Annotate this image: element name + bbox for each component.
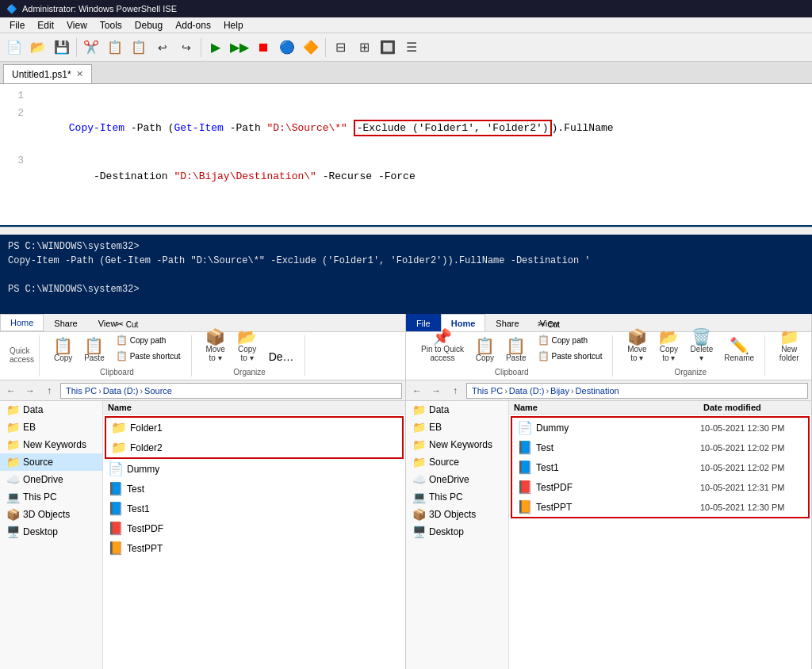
source-nav-3dobjects[interactable]: 📦 3D Objects	[0, 506, 102, 523]
toolbar-redo[interactable]: ↪	[175, 36, 197, 59]
tab-untitled1[interactable]: Untitled1.ps1* ✕	[3, 64, 92, 83]
source-file-test[interactable]: 📘 Test	[103, 479, 405, 499]
toolbar-new[interactable]: 📄	[3, 36, 25, 59]
menu-help[interactable]: Help	[217, 17, 250, 32]
toolbar-save[interactable]: 💾	[51, 36, 73, 59]
source-file-list[interactable]: Name 📁 Folder1 📁 Folder2 📄 Dummy	[103, 401, 405, 669]
dest-nav-onedrive[interactable]: ☁️ OneDrive	[406, 471, 508, 488]
dest-file-test1[interactable]: 📘 Test1 10-05-2021 12:02 PM	[512, 457, 808, 477]
dest-back-btn[interactable]: ←	[409, 383, 425, 399]
source-crumb-source[interactable]: Source	[144, 386, 172, 396]
dest-moveto-btn[interactable]: 📦 Moveto ▾	[622, 327, 651, 365]
dest-file-dummy[interactable]: 📄 Dummy 10-05-2021 12:30 PM	[512, 418, 808, 438]
dest-paste-btn[interactable]: 📋 Paste	[502, 335, 530, 365]
source-nav-eb[interactable]: 📁 EB	[0, 419, 102, 436]
dest-easyaccess-btn[interactable]: 🔗 Easy access ▾	[806, 351, 812, 363]
source-file-dummy[interactable]: 📄 Dummy	[103, 459, 405, 479]
dest-nav-eb[interactable]: 📁 EB	[406, 419, 508, 436]
console-area[interactable]: PS C:\WINDOWS\system32> Copy-Item -Path …	[0, 235, 812, 314]
source-file-testpdf[interactable]: 📕 TestPDF	[103, 518, 405, 538]
menu-debug[interactable]: Debug	[128, 17, 169, 32]
dest-pin-btn[interactable]: 📌 Pin to Quickaccess	[417, 327, 468, 365]
source-nav-onedrive[interactable]: ☁️ OneDrive	[0, 471, 102, 488]
toolbar-split3[interactable]: 🔲	[377, 36, 399, 59]
menu-addons[interactable]: Add-ons	[169, 17, 217, 32]
dest-delete-btn[interactable]: 🗑️ Delete▾	[686, 327, 717, 365]
toolbar-options[interactable]: ☰	[400, 36, 423, 59]
menu-view[interactable]: View	[60, 17, 94, 32]
toolbar-copy[interactable]: 📋	[104, 36, 126, 59]
editor-scrollbar[interactable]	[0, 227, 812, 235]
dest-copyto-btn[interactable]: 📂 Copyto ▾	[654, 327, 683, 365]
tab-close-btn[interactable]: ✕	[76, 69, 83, 79]
source-back-btn[interactable]: ←	[3, 383, 19, 399]
source-file-folder2[interactable]: 📁 Folder2	[106, 438, 402, 457]
dest-nav-newkeywords[interactable]: 📁 New Keywords	[406, 436, 508, 453]
dest-up-btn[interactable]: ↑	[447, 383, 463, 399]
toolbar-paste[interactable]: 📋	[128, 36, 150, 59]
toolbar-cut[interactable]: ✂️	[80, 36, 102, 59]
dest-nav-desktop[interactable]: 🖥️ Desktop	[406, 523, 508, 541]
toolbar-run[interactable]: ▶	[205, 36, 227, 59]
dest-crumb-destination[interactable]: Destination	[576, 386, 619, 396]
dest-file-list[interactable]: Name Date modified 📄 Dummy 10-05-2021 12…	[509, 401, 811, 669]
source-file-test1[interactable]: 📘 Test1	[103, 499, 405, 518]
source-address-path[interactable]: This PC › Data (D:) › Source	[60, 383, 402, 399]
toolbar-split2[interactable]: ⊞	[353, 36, 375, 59]
title-bar: 🔷 Administrator: Windows PowerShell ISE	[0, 0, 812, 17]
source-nav-desktop[interactable]: 🖥️ Desktop	[0, 523, 102, 541]
source-copy-btn[interactable]: 📋 Copy	[49, 335, 77, 365]
title-bar-text: Administrator: Windows PowerShell ISE	[22, 4, 177, 13]
dest-pasteshortcut-btn[interactable]: 📋 Paste shortcut	[534, 349, 607, 363]
dest-rename-btn[interactable]: ✏️ Rename	[720, 335, 758, 365]
source-delete-stub[interactable]: De…	[265, 349, 298, 365]
dest-address-path[interactable]: This PC › Data (D:) › Bijay › Destinatio…	[466, 383, 808, 399]
source-nav-newkeywords[interactable]: 📁 New Keywords	[0, 436, 102, 453]
source-copypath-btn[interactable]: 📋 Copy path	[112, 333, 185, 347]
dest-crumb-bijay[interactable]: Bijay	[550, 386, 569, 396]
dest-file-testppt[interactable]: 📙 TestPPT 10-05-2021 12:30 PM	[512, 497, 808, 517]
source-moveto-btn[interactable]: 📦 Moveto ▾	[201, 327, 230, 365]
toolbar-split[interactable]: ⊟	[329, 36, 351, 59]
source-paste-btn[interactable]: 📋 Paste	[80, 335, 109, 365]
toolbar-stop[interactable]: ⏹	[252, 36, 274, 59]
dest-file-test[interactable]: 📘 Test 10-05-2021 12:02 PM	[512, 438, 808, 457]
source-forward-btn[interactable]: →	[22, 383, 38, 399]
dest-crumb-thispc[interactable]: This PC	[472, 386, 503, 396]
dest-nav-source[interactable]: 📁 Source	[406, 453, 508, 471]
folder2-icon: 📁	[111, 440, 127, 455]
dest-copypath-btn[interactable]: 📋 Copy path	[534, 333, 607, 347]
dest-nav-thispc[interactable]: 💻 This PC	[406, 488, 508, 506]
toolbar-psremote[interactable]: 🔵	[276, 36, 298, 59]
editor-area[interactable]: 1 2 Copy-Item -Path (Get-Item -Path "D:\…	[0, 84, 812, 227]
dest-newitem-btn[interactable]: 📄 New item ▾	[806, 338, 812, 350]
source-crumb-thispc[interactable]: This PC	[66, 386, 97, 396]
dest-cut-btn[interactable]: ✂ Cut	[534, 317, 607, 331]
source-copyto-btn[interactable]: 📂 Copyto ▾	[233, 327, 262, 365]
source-nav-thispc[interactable]: 💻 This PC	[0, 488, 102, 506]
menu-file[interactable]: File	[3, 17, 31, 32]
source-pasteshortcut-btn[interactable]: 📋 Paste shortcut	[112, 349, 185, 363]
dest-file-testpdf[interactable]: 📕 TestPDF 10-05-2021 12:31 PM	[512, 477, 808, 497]
dest-nav-data[interactable]: 📁 Data	[406, 401, 508, 419]
toolbar-open[interactable]: 📂	[27, 36, 49, 59]
menu-tools[interactable]: Tools	[94, 17, 128, 32]
toolbar-run-selection[interactable]: ▶▶	[228, 36, 251, 59]
dest-crumb-data[interactable]: Data (D:)	[509, 386, 545, 396]
source-file-folder1[interactable]: 📁 Folder1	[106, 418, 402, 438]
source-nav-source[interactable]: 📁 Source	[0, 453, 102, 471]
dest-nav-3dobjects[interactable]: 📦 3D Objects	[406, 506, 508, 523]
source-tab-home[interactable]: Home	[0, 314, 44, 331]
source-cut-btn[interactable]: ✂ Cut	[112, 317, 185, 331]
source-up-btn[interactable]: ↑	[41, 383, 57, 399]
source-crumb-data[interactable]: Data (D:)	[103, 386, 139, 396]
nav-data-label: Data	[23, 404, 43, 415]
dest-forward-btn[interactable]: →	[428, 383, 444, 399]
menu-edit[interactable]: Edit	[31, 17, 60, 32]
dest-newfolder-btn[interactable]: 📁 Newfolder	[775, 327, 803, 365]
source-file-testppt[interactable]: 📙 TestPPT	[103, 538, 405, 558]
source-nav-data[interactable]: 📁 Data	[0, 401, 102, 419]
toolbar-undo[interactable]: ↩	[151, 36, 174, 59]
dest-copy-btn[interactable]: 📋 Copy	[471, 335, 499, 365]
toolbar-psremote2[interactable]: 🔶	[300, 36, 322, 59]
